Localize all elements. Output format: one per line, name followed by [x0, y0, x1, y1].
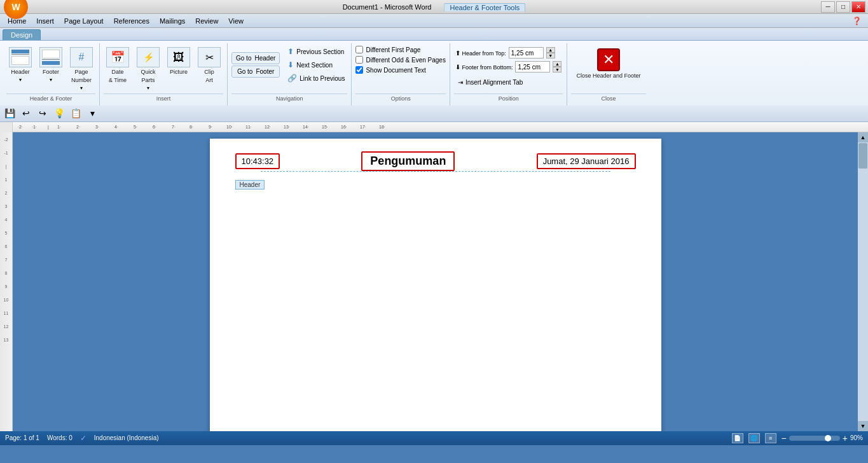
- scroll-down-button[interactable]: ▼: [858, 421, 868, 431]
- close-window-button[interactable]: ✕: [851, 1, 865, 13]
- group-position-label: Position: [454, 93, 563, 103]
- document-page: 10:43:32 Pengumuman Jumat, 29 Januari 20…: [210, 139, 661, 431]
- status-bar: Page: 1 of 1 Words: 0 ✓ Indonesian (Indo…: [0, 431, 868, 445]
- quick-parts-button[interactable]: ⚡ Quick Parts ▾: [134, 46, 162, 92]
- header-from-top-input[interactable]: [509, 47, 544, 59]
- ribbon: Header ▾ Footer ▾ # Page Number ▾ Header…: [0, 41, 868, 106]
- clip-art-button[interactable]: ✂ Clip Art: [195, 46, 223, 85]
- footer-bottom-down[interactable]: ▼: [553, 67, 561, 73]
- group-insert: 📅 Date & Time ⚡ Quick Parts ▾ 🖼 Picture …: [100, 43, 228, 106]
- proofing-icon: ✓: [80, 434, 86, 443]
- menu-insert[interactable]: Insert: [31, 16, 59, 26]
- word-count: Words: 0: [47, 434, 72, 441]
- footer-from-bottom-input[interactable]: [515, 61, 550, 73]
- zoom-slider[interactable]: [789, 436, 840, 441]
- minimize-button[interactable]: ─: [821, 1, 835, 13]
- show-document-text-option[interactable]: Show Document Text: [355, 66, 425, 74]
- group-insert-label: Insert: [104, 93, 223, 103]
- link-to-previous-button[interactable]: 🔗 Link to Previous: [285, 73, 347, 84]
- prev-section-label: Previous Section: [296, 48, 344, 55]
- group-navigation-label: Navigation: [231, 93, 347, 103]
- header-top-up[interactable]: ▲: [546, 47, 555, 53]
- maximize-button[interactable]: □: [836, 1, 850, 13]
- different-first-page-option[interactable]: Different First Page: [355, 46, 420, 53]
- picture-button[interactable]: 🖼 Picture: [165, 46, 193, 77]
- page-info: Page: 1 of 1: [5, 434, 39, 441]
- print-qa-button[interactable]: 📋: [69, 106, 83, 120]
- zoom-level: 90%: [850, 434, 863, 441]
- menu-references[interactable]: References: [109, 16, 155, 26]
- date-time-button[interactable]: 📅 Date & Time: [104, 46, 132, 85]
- group-options-label: Options: [355, 93, 445, 103]
- link-previous-label: Link to Previous: [300, 75, 345, 82]
- tab-design[interactable]: Design: [3, 29, 41, 40]
- next-section-button[interactable]: ⬇ Next Section: [285, 59, 347, 71]
- document-scroll[interactable]: 10:43:32 Pengumuman Jumat, 29 Januari 20…: [13, 132, 858, 431]
- header-top-spinner[interactable]: ▲ ▼: [546, 47, 555, 59]
- show-document-text-label: Show Document Text: [366, 67, 425, 74]
- group-header-footer: Header ▾ Footer ▾ # Page Number ▾ Header…: [3, 43, 100, 106]
- save-qa-button[interactable]: 💾: [3, 106, 17, 120]
- next-section-label: Next Section: [296, 62, 333, 69]
- goto-header-button[interactable]: Go to Header: [231, 52, 280, 64]
- header-area[interactable]: 10:43:32 Pengumuman Jumat, 29 Januari 20…: [210, 139, 661, 178]
- menu-page-layout[interactable]: Page Layout: [59, 16, 109, 26]
- menu-view[interactable]: View: [223, 16, 249, 26]
- quick-access-toolbar: 💾 ↩ ↪ 💡 📋 ▾: [0, 106, 868, 122]
- insert-alignment-tab-label: Insert Alignment Tab: [465, 79, 523, 86]
- zoom-thumb[interactable]: [825, 435, 831, 441]
- document-body[interactable]: [210, 178, 661, 420]
- zoom-controls: − + 90%: [782, 433, 863, 443]
- help-qa-button[interactable]: 💡: [52, 106, 66, 120]
- zoom-out-icon[interactable]: −: [782, 433, 787, 443]
- status-right: 📄 🌐 ≡ − + 90%: [732, 433, 863, 443]
- title-bar: W Document1 - Microsoft Word Header & Fo…: [0, 0, 868, 14]
- header-from-top-label: Header from Top:: [462, 50, 506, 57]
- document-title: Document1 - Microsoft Word: [343, 3, 432, 11]
- header-divider: [261, 171, 610, 172]
- qa-dropdown[interactable]: ▾: [85, 106, 99, 120]
- group-close-label: Close: [571, 93, 645, 103]
- group-position: ⬆ Header from Top: ▲ ▼ ⬇ Footer from Bot…: [450, 43, 568, 106]
- group-header-footer-label: Header & Footer: [6, 93, 95, 103]
- footer-bottom-spinner[interactable]: ▲ ▼: [553, 61, 561, 73]
- header-button[interactable]: Header ▾: [6, 46, 34, 84]
- undo-qa-button[interactable]: ↩: [19, 106, 33, 120]
- insert-alignment-tab-button[interactable]: ⇥ Insert Alignment Tab: [455, 78, 525, 87]
- header-time-field: 10:43:32: [235, 153, 280, 169]
- horizontal-ruler: ·2· ·1· | 1· 2· 3· 4· 5· 6· 7· 8· 9· 10·…: [13, 122, 868, 132]
- footer-button[interactable]: Footer ▾: [37, 46, 65, 84]
- view-outline-button[interactable]: ≡: [765, 433, 776, 443]
- view-normal-button[interactable]: 📄: [732, 433, 743, 443]
- view-web-button[interactable]: 🌐: [748, 433, 760, 443]
- different-odd-even-option[interactable]: Different Odd & Even Pages: [355, 56, 445, 64]
- show-document-text-checkbox[interactable]: [355, 66, 363, 74]
- tools-title: Header & Footer Tools: [444, 3, 525, 11]
- scroll-up-button[interactable]: ▲: [858, 132, 868, 142]
- menu-bar: Home Insert Page Layout References Maili…: [0, 14, 868, 28]
- menu-home[interactable]: Home: [3, 16, 31, 26]
- page-number-button[interactable]: # Page Number ▾: [67, 46, 95, 92]
- scroll-track[interactable]: [858, 142, 868, 421]
- vertical-scrollbar[interactable]: ▲ ▼: [858, 132, 868, 431]
- header-top-down[interactable]: ▼: [546, 53, 555, 59]
- group-close: ✕ Close Header and Footer Close: [567, 43, 649, 106]
- language-info: Indonesian (Indonesia): [94, 434, 159, 441]
- scroll-thumb[interactable]: [858, 143, 867, 169]
- group-options: Different First Page Different Odd & Eve…: [352, 43, 450, 106]
- footer-bottom-up[interactable]: ▲: [553, 61, 561, 67]
- zoom-in-icon[interactable]: +: [843, 433, 848, 443]
- prev-section-button[interactable]: ⬆ Previous Section: [285, 46, 347, 57]
- menu-review[interactable]: Review: [190, 16, 223, 26]
- help-icon[interactable]: ❓: [848, 15, 865, 27]
- redo-qa-button[interactable]: ↪: [36, 106, 50, 120]
- document-area: -2-1|123 456789 10111213 10:43:32 Pengum…: [0, 132, 868, 431]
- close-header-footer-button[interactable]: ✕ Close Header and Footer: [571, 46, 645, 83]
- different-first-page-checkbox[interactable]: [355, 46, 363, 53]
- goto-footer-button[interactable]: Go to Footer: [231, 66, 280, 78]
- status-left: Page: 1 of 1 Words: 0 ✓ Indonesian (Indo…: [5, 434, 159, 443]
- menu-mailings[interactable]: Mailings: [155, 16, 190, 26]
- different-odd-even-checkbox[interactable]: [355, 56, 363, 64]
- vertical-ruler: -2-1|123 456789 10111213: [0, 132, 13, 431]
- different-first-page-label: Different First Page: [366, 46, 420, 53]
